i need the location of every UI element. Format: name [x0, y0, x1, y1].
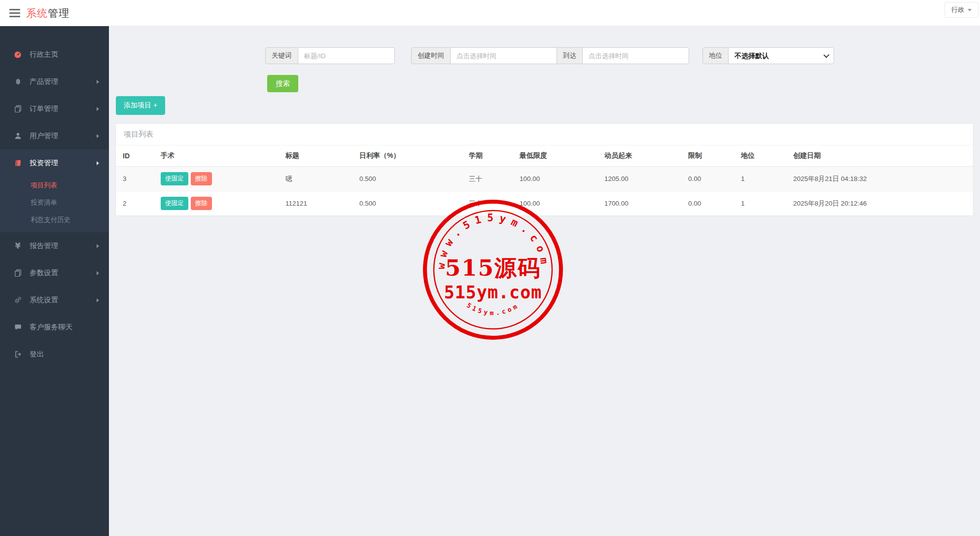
col-status: 地位 [734, 145, 786, 167]
sidebar-item-user-management[interactable]: 用户管理 [0, 122, 109, 149]
keyword-input[interactable] [298, 47, 395, 64]
sidebar-item-label: 登出 [30, 350, 99, 359]
main-content: 关键词 创建时间 到达 地位 不选择默认 搜索 添加项目 + 项目列表 [109, 26, 980, 536]
status-label: 地位 [702, 47, 729, 64]
cell-term: 三十 [462, 191, 513, 216]
chevron-right-icon [97, 271, 99, 275]
sidebar-item-admin-home[interactable]: 行政主页 [0, 41, 109, 68]
sidebar-item-report-management[interactable]: ¥ 报告管理 [0, 232, 109, 259]
delete-button[interactable]: 擦除 [191, 172, 212, 185]
cell-id: 2 [116, 191, 154, 216]
table-row: 3 使固定擦除 嗯 0.500 三十 100.00 1205.00 0.00 1… [116, 167, 973, 191]
cell-status: 1 [734, 167, 786, 191]
sidebar-item-customer-service-chat[interactable]: 客户服务聊天 [0, 314, 109, 341]
table-header-row: ID 手术 标题 日利率（%） 学期 最低限度 动员起来 限制 地位 创建日期 [116, 145, 973, 167]
sidebar: 行政主页 B 产品管理 订单管理 用户管理 [0, 26, 109, 536]
cell-rate: 0.500 [352, 167, 462, 191]
cell-term: 三十 [462, 167, 513, 191]
col-raised: 动员起来 [597, 145, 681, 167]
created-time-filter-group: 创建时间 到达 [411, 47, 689, 64]
chevron-right-icon [97, 161, 99, 165]
fix-button[interactable]: 使固定 [161, 197, 188, 210]
cell-limit: 0.00 [681, 167, 734, 191]
cell-min: 100.00 [513, 191, 597, 216]
keyword-filter-group: 关键词 [265, 47, 395, 64]
cell-title: 112121 [279, 191, 352, 216]
to-label: 到达 [557, 47, 583, 64]
col-limit: 限制 [681, 145, 734, 167]
params-icon [13, 269, 23, 277]
chevron-right-icon [97, 298, 99, 302]
delete-button[interactable]: 擦除 [191, 197, 212, 210]
cell-raised: 1205.00 [597, 167, 681, 191]
col-term: 学期 [462, 145, 513, 167]
yen-icon: ¥ [13, 241, 23, 250]
dashboard-icon [13, 51, 23, 59]
cell-created: 2025年8月20日 20:12:46 [786, 191, 973, 216]
sidebar-item-label: 用户管理 [30, 131, 97, 141]
sidebar-item-label: 系统设置 [30, 295, 97, 305]
status-select[interactable]: 不选择默认 [728, 47, 834, 64]
project-list-panel: 项目列表 ID 手术 标题 日利率（%） 学期 最低限度 动员起来 [115, 123, 974, 216]
cell-min: 100.00 [513, 167, 597, 191]
chevron-right-icon [97, 107, 99, 111]
created-time-label: 创建时间 [411, 47, 451, 64]
page-title-accent: 系统 [26, 7, 48, 19]
orders-icon [13, 105, 23, 112]
sidebar-item-label: 订单管理 [30, 104, 97, 113]
chevron-right-icon [97, 244, 99, 248]
sidebar-item-logout[interactable]: 登出 [0, 341, 109, 368]
sidebar-item-product-management[interactable]: B 产品管理 [0, 68, 109, 95]
chat-icon [13, 323, 23, 331]
sidebar-item-label: 投资管理 [30, 158, 97, 168]
keyword-label: 关键词 [265, 47, 298, 64]
top-bar: 系统管理 行政 [0, 0, 980, 26]
sidebar-subitem-investment-list[interactable]: 投资清单 [0, 194, 109, 211]
chevron-right-icon [97, 80, 99, 84]
cell-limit: 0.00 [681, 191, 734, 216]
bitcoin-icon: B [13, 78, 23, 85]
page-title-rest: 管理 [48, 7, 70, 19]
sidebar-item-label: 参数设置 [30, 268, 97, 278]
user-dropdown-label: 行政 [951, 6, 964, 13]
sidebar-subitem-project-list[interactable]: 项目列表 [0, 177, 109, 194]
panel-title: 项目列表 [116, 124, 973, 145]
created-time-to-input[interactable] [582, 47, 689, 64]
user-icon [13, 132, 23, 140]
sidebar-item-order-management[interactable]: 订单管理 [0, 95, 109, 122]
col-minimum: 最低限度 [513, 145, 597, 167]
col-id: ID [116, 145, 154, 167]
chevron-right-icon [97, 134, 99, 138]
cell-title: 嗯 [279, 167, 352, 191]
user-dropdown[interactable]: 行政 [945, 2, 979, 18]
cell-raised: 1700.00 [597, 191, 681, 216]
col-title: 标题 [279, 145, 352, 167]
gears-icon [13, 296, 23, 304]
fix-button[interactable]: 使固定 [161, 172, 188, 185]
created-time-from-input[interactable] [450, 47, 557, 64]
status-filter-group: 地位 不选择默认 [702, 47, 834, 64]
projects-table: ID 手术 标题 日利率（%） 学期 最低限度 动员起来 限制 地位 创建日期 [116, 145, 973, 215]
sidebar-subitem-interest-history[interactable]: 利息支付历史 [0, 211, 109, 228]
hamburger-menu-icon[interactable] [9, 9, 20, 17]
sidebar-item-system-settings[interactable]: 系统设置 [0, 286, 109, 314]
cell-rate: 0.500 [352, 191, 462, 216]
col-daily-rate: 日利率（%） [352, 145, 462, 167]
cell-actions: 使固定擦除 [154, 167, 279, 191]
col-created-date: 创建日期 [786, 145, 973, 167]
add-project-button[interactable]: 添加项目 + [116, 96, 165, 115]
search-button[interactable]: 搜索 [267, 75, 298, 92]
page-title: 系统管理 [26, 6, 70, 20]
sidebar-item-investment-management[interactable]: 投资管理 [0, 149, 109, 177]
page: 系统管理 行政 行政主页 B 产品管理 订单管理 [0, 0, 980, 536]
table-row: 2 使固定擦除 112121 0.500 三十 100.00 1700.00 0… [116, 191, 973, 216]
col-operation: 手术 [154, 145, 279, 167]
logout-icon [13, 351, 23, 358]
cell-id: 3 [116, 167, 154, 191]
sidebar-item-label: 产品管理 [30, 77, 97, 86]
cell-status: 1 [734, 191, 786, 216]
cell-actions: 使固定擦除 [154, 191, 279, 216]
sidebar-item-label: 客户服务聊天 [30, 322, 99, 332]
sidebar-item-parameter-settings[interactable]: 参数设置 [0, 259, 109, 286]
investment-submenu: 项目列表 投资清单 利息支付历史 [0, 177, 109, 232]
